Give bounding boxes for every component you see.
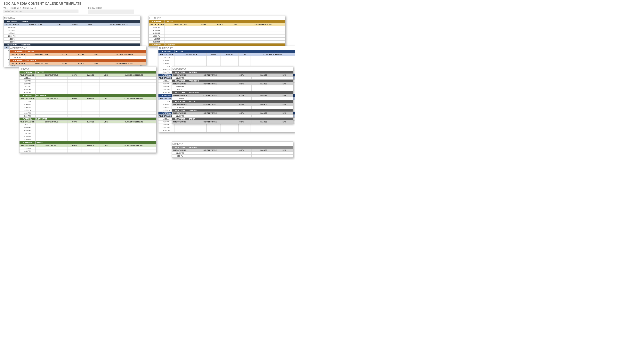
- platform-name: TWITTER: [174, 50, 295, 53]
- table-row[interactable]: 8:30 PM: [149, 40, 285, 43]
- prepared-label: PREPARED BY: [88, 7, 134, 9]
- table-row[interactable]: 8:30 AM: [149, 32, 285, 35]
- table-row[interactable]: 8:30 AM: [158, 62, 295, 65]
- table-row[interactable]: 12:30 AM: [172, 106, 293, 109]
- table-row[interactable]: 4:30 AM: [20, 79, 156, 82]
- time-cell: 4:30 PM: [149, 38, 165, 40]
- time-cell: 4:30 PM: [158, 129, 174, 132]
- table-row[interactable]: 8:30 PM: [4, 40, 140, 43]
- time-cell: 12:30 AM: [172, 152, 188, 155]
- col-title: CONTENT TITLE: [35, 74, 68, 77]
- col-images: IMAGES: [82, 144, 100, 147]
- time-cell: 12:30 PM: [20, 109, 36, 112]
- col-copy: COPY: [68, 74, 82, 77]
- platform-name: TIKTOK: [188, 100, 293, 103]
- table-row[interactable]: 12:30 PM: [158, 126, 295, 129]
- col-link: LINK: [238, 53, 251, 56]
- col-link: LINK: [84, 23, 96, 26]
- table-row[interactable]: 12:30 AM: [158, 56, 295, 59]
- table-row[interactable]: 4:30 AM: [20, 103, 156, 106]
- time-cell: 12:30 PM: [149, 35, 165, 38]
- table-row[interactable]: 12:30 PM: [149, 35, 285, 38]
- col-title: CONTENT TITLE: [188, 103, 232, 106]
- col-link: LINK: [100, 120, 112, 123]
- table-row[interactable]: 4:30 AM: [149, 29, 285, 32]
- table-row[interactable]: 4:30 PM: [20, 112, 156, 115]
- table-row[interactable]: 12:30 AM: [4, 26, 140, 29]
- col-title: CONTENT TITLE: [188, 82, 232, 85]
- table-row[interactable]: 8:30 PM: [20, 91, 156, 94]
- platform-cell: PLATFORM: [149, 20, 165, 23]
- table-row[interactable]: 12:30 PM: [20, 85, 156, 88]
- table-row[interactable]: 4:30 AM: [172, 88, 293, 91]
- dates-label: WEEK STARTING & ENDING DATES: [4, 7, 78, 9]
- col-time: TIME OF LAUNCH: [172, 82, 188, 85]
- table-row[interactable]: 8:30 PM: [172, 155, 293, 158]
- col-time: TIME OF LAUNCH: [10, 62, 26, 65]
- time-cell: 12:30 AM: [172, 77, 188, 79]
- table-row[interactable]: 8:30 PM: [20, 115, 156, 118]
- col-link: LINK: [100, 144, 112, 147]
- time-cell: 12:30 AM: [10, 56, 26, 59]
- table-row[interactable]: 4:30 AM: [4, 29, 140, 32]
- table-row[interactable]: 4:30 PM: [4, 38, 140, 40]
- col-copy: COPY: [52, 23, 66, 26]
- table-row[interactable]: 4:30 PM: [20, 88, 156, 91]
- table-row[interactable]: 4:30 PM: [158, 129, 295, 132]
- col-title: CONTENT TITLE: [26, 62, 58, 65]
- table-row[interactable]: 12:30 AM: [20, 147, 156, 150]
- col-images: IMAGES: [72, 62, 90, 65]
- col-images: IMAGES: [251, 103, 276, 106]
- col-images: IMAGES: [251, 112, 276, 115]
- col-time: TIME OF LAUNCH: [20, 120, 36, 123]
- table-row[interactable]: 12:30 AM: [172, 115, 293, 118]
- table-row[interactable]: 12:30 AM: [172, 85, 293, 88]
- table-row[interactable]: 12:30 AM: [20, 77, 156, 79]
- col-time: TIME OF LAUNCH: [158, 53, 174, 56]
- table-row[interactable]: 4:30 AM: [158, 59, 295, 62]
- table-row[interactable]: 12:30 AM: [172, 97, 293, 100]
- table-row[interactable]: 12:30 AM: [20, 123, 156, 126]
- table-row[interactable]: 4:30 PM: [20, 135, 156, 138]
- col-time: TIME OF LAUNCH: [172, 103, 188, 106]
- card-sunday: SUNDAY PLATFORMTWITTER TIME OF LAUNCHCON…: [172, 141, 293, 158]
- time-cell: 8:30 AM: [149, 32, 165, 35]
- col-images: IMAGES: [82, 97, 100, 100]
- table-row[interactable]: 12:30 PM: [4, 35, 140, 38]
- day-label-monday: MONDAY: [4, 16, 140, 19]
- time-cell: 12:30 AM: [20, 147, 36, 150]
- table-row[interactable]: 12:30 AM: [172, 152, 293, 155]
- table-row[interactable]: 12:30 AM: [20, 100, 156, 103]
- table-row[interactable]: 12:30 AM: [149, 26, 285, 29]
- col-link: LINK: [276, 120, 293, 123]
- platform-name: TWITTER: [164, 20, 285, 23]
- table-row[interactable]: 4:30 AM: [20, 150, 156, 153]
- time-cell: 8:30 AM: [4, 32, 20, 35]
- prepared-input[interactable]: [88, 9, 134, 14]
- platform-name: FACEBOOK: [26, 59, 146, 62]
- table-row[interactable]: 8:30 AM: [20, 82, 156, 85]
- col-copy: COPY: [58, 53, 72, 56]
- table-row[interactable]: 12:30 AM: [172, 77, 293, 79]
- platform-name: TWITTER: [20, 20, 140, 23]
- col-copy: COPY: [197, 23, 211, 26]
- table-row[interactable]: 8:30 AM: [20, 106, 156, 109]
- table-row[interactable]: 12:30 AM: [10, 56, 146, 59]
- table-row[interactable]: 8:30 AM: [4, 32, 140, 35]
- card-wednesday: WEDNESDAY PLATFORMTWITTER TIME OF LAUNCH…: [9, 46, 146, 65]
- table-row[interactable]: 12:30 PM: [20, 132, 156, 135]
- platform-name: FACEBOOK: [188, 79, 293, 82]
- col-time: TIME OF LAUNCH: [4, 23, 20, 26]
- table-row[interactable]: 4:30 AM: [20, 126, 156, 129]
- col-clicks: CLICK ENGAGEMENTS: [102, 62, 146, 65]
- day-label-friday: FRIDAY: [20, 67, 156, 70]
- table-row[interactable]: 4:30 PM: [149, 38, 285, 40]
- table-row[interactable]: 8:30 AM: [20, 129, 156, 132]
- col-clicks: CLICK ENGAGEMENTS: [112, 74, 156, 77]
- table-row[interactable]: 8:30 PM: [20, 138, 156, 141]
- table-row[interactable]: 8:30 AM: [158, 123, 295, 126]
- dates-input[interactable]: XX/XX/XX - XX/XX/XX: [4, 9, 78, 13]
- time-cell: 12:30 AM: [4, 26, 20, 29]
- table-row[interactable]: 12:30 PM: [20, 109, 156, 112]
- platform-name: TIKTOK: [35, 141, 156, 144]
